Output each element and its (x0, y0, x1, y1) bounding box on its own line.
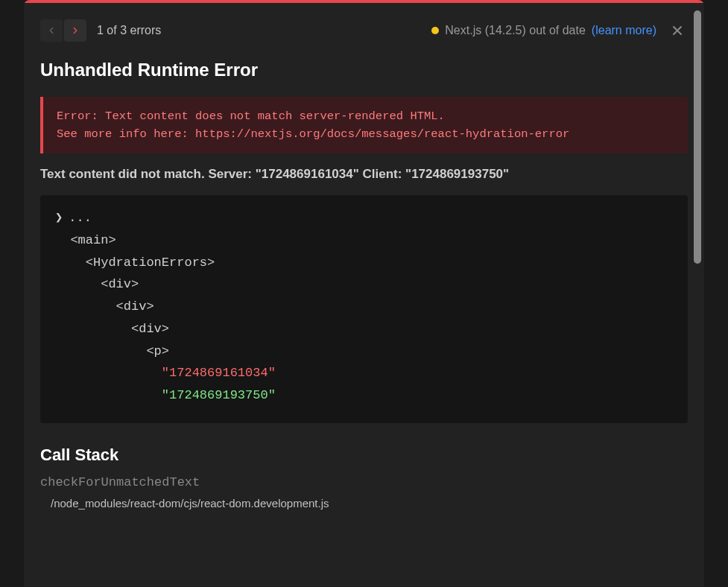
chevron-right-icon (70, 25, 80, 36)
tree-line: <div> (55, 273, 673, 296)
callstack-file-path: /node_modules/react-dom/cjs/react-dom.de… (40, 497, 688, 514)
callstack-title: Call Stack (40, 445, 688, 465)
component-tree-block: ❯... <main> <HydrationErrors> <div> <div… (40, 195, 688, 423)
error-count-label: 1 of 3 errors (97, 24, 161, 37)
tree-line: <HydrationErrors> (55, 252, 673, 274)
tree-ellipsis: ... (69, 211, 92, 225)
next-error-button[interactable] (64, 19, 86, 42)
callstack-function: checkForUnmatchedText (40, 475, 688, 489)
modal-scroll-container[interactable]: 1 of 3 errors Next.js (14.2.5) out of da… (24, 3, 704, 587)
error-nav-buttons (40, 19, 86, 42)
close-icon (670, 23, 685, 38)
error-message-box: Error: Text content does not match serve… (40, 97, 688, 153)
mismatch-description: Text content did not match. Server: "172… (40, 167, 688, 182)
chevron-left-icon (46, 25, 57, 36)
chevron-right-icon: ❯ (55, 207, 63, 229)
prev-error-button[interactable] (40, 19, 63, 42)
tree-toggle-line[interactable]: ❯... (55, 207, 673, 229)
modal-header: 1 of 3 errors Next.js (14.2.5) out of da… (40, 19, 688, 42)
scrollbar-thumb[interactable] (694, 10, 701, 264)
tree-line: <div> (55, 296, 673, 318)
close-button[interactable] (667, 20, 688, 41)
learn-more-link[interactable]: (learn more) (592, 24, 656, 37)
version-text: Next.js (14.2.5) out of date (445, 24, 586, 37)
tree-server-value: "1724869161034" (55, 362, 673, 384)
tree-line: <main> (55, 229, 673, 252)
version-info: Next.js (14.2.5) out of date (learn more… (431, 24, 656, 37)
error-title: Unhandled Runtime Error (40, 60, 688, 80)
tree-line: <div> (55, 318, 673, 340)
tree-client-value: "1724869193750" (55, 384, 673, 407)
warning-dot-icon (431, 27, 439, 34)
tree-line: <p> (55, 340, 673, 363)
error-overlay-modal: 1 of 3 errors Next.js (14.2.5) out of da… (24, 0, 704, 587)
